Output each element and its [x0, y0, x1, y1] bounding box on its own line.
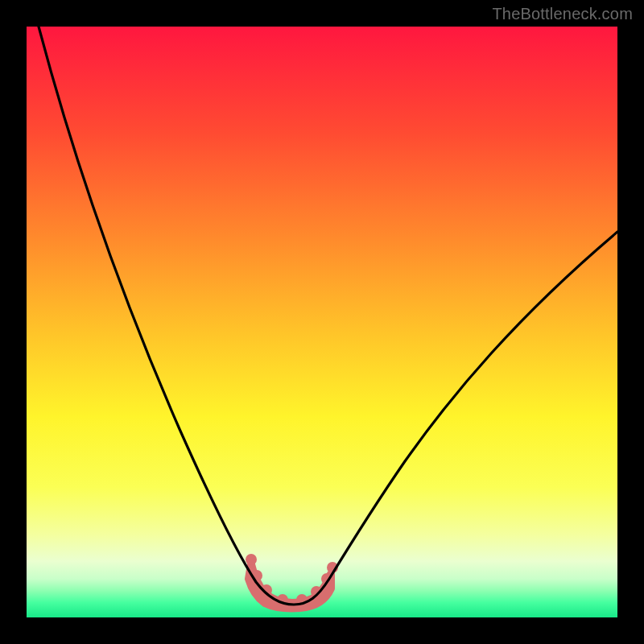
chart-frame: TheBottleneck.com [0, 0, 644, 644]
watermark-text: TheBottleneck.com [492, 5, 633, 23]
svg-point-1 [246, 554, 257, 565]
highlight-band [246, 554, 338, 608]
curve-path [39, 27, 617, 605]
plot-area [27, 27, 617, 617]
bottleneck-curve [27, 27, 617, 617]
